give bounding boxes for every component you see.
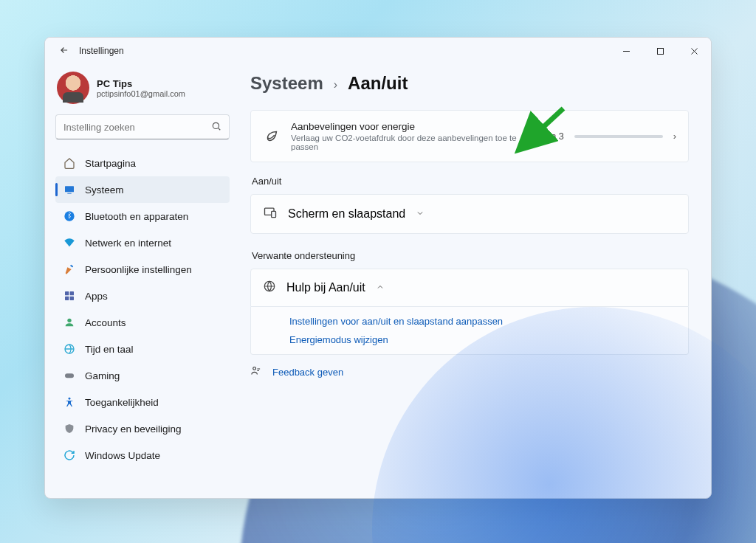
energy-subtitle: Verlaag uw CO2-voetafdruk door deze aanb… — [291, 134, 523, 151]
sidebar-item-home[interactable]: Startpagina — [55, 150, 230, 176]
sidebar-item-network[interactable]: Netwerk en internet — [55, 229, 230, 256]
section-related-label: Verwante ondersteuning — [252, 250, 689, 261]
sidebar-item-gaming[interactable]: Gaming — [55, 362, 230, 389]
network-icon — [63, 236, 76, 249]
help-header[interactable]: Hulp bij Aan/uit — [250, 269, 689, 307]
feedback-icon — [250, 365, 262, 378]
system-icon — [63, 183, 76, 196]
account-info[interactable]: PC Tips pctipsinfo01@gmail.com — [57, 72, 230, 104]
accessibility-icon — [63, 395, 76, 409]
svg-rect-8 — [65, 291, 69, 295]
account-name: PC Tips — [97, 78, 185, 89]
help-expander: Hulp bij Aan/uit Instellingen voor aan/u… — [250, 269, 689, 355]
chevron-down-icon — [416, 207, 425, 221]
gaming-icon — [63, 369, 76, 382]
svg-point-19 — [253, 367, 256, 370]
sidebar-item-label: Bluetooth en apparaten — [85, 211, 188, 222]
sidebar-item-label: Privacy en beveiliging — [85, 423, 182, 435]
privacy-icon — [63, 422, 76, 435]
search-icon — [211, 121, 221, 134]
sidebar-item-time-language[interactable]: Tijd en taal — [55, 336, 230, 362]
svg-rect-4 — [65, 186, 74, 192]
app-title: Instellingen — [79, 46, 124, 56]
sidebar-item-label: Apps — [85, 291, 108, 302]
sidebar-item-label: Windows Update — [85, 450, 160, 461]
breadcrumb-current: Aan/uit — [348, 73, 408, 94]
leaf-icon — [263, 128, 281, 145]
personalization-icon — [63, 263, 76, 276]
accounts-icon — [63, 316, 76, 329]
screen-sleep-label: Scherm en slaapstand — [288, 207, 405, 221]
nav: Startpagina Systeem Bluetooth en apparat… — [55, 150, 230, 468]
back-button[interactable] — [54, 45, 75, 58]
main-content: Systeem › Aan/uit Aanbevelingen voor ene… — [237, 64, 711, 498]
svg-line-3 — [219, 128, 221, 130]
feedback-link[interactable]: Feedback geven — [272, 367, 343, 378]
svg-point-12 — [67, 319, 71, 322]
search-box[interactable] — [55, 114, 230, 139]
energy-recommendations-card[interactable]: Aanbevelingen voor energie Verlaag uw CO… — [250, 110, 689, 162]
apps-icon — [63, 289, 76, 302]
avatar — [57, 72, 89, 104]
sidebar-item-apps[interactable]: Apps — [55, 283, 230, 309]
svg-point-15 — [69, 398, 71, 400]
close-button[interactable] — [677, 38, 711, 64]
time-language-icon — [63, 342, 76, 356]
sidebar: PC Tips pctipsinfo01@gmail.com Startpagi… — [45, 64, 237, 498]
update-icon — [63, 449, 76, 462]
svg-rect-11 — [70, 297, 74, 300]
sidebar-item-label: Gaming — [85, 370, 120, 381]
energy-title: Aanbevelingen voor energie — [291, 121, 523, 132]
settings-window: Instellingen PC Tips pctipsinfo01@gmail.… — [44, 37, 712, 499]
sidebar-item-label: Toegankelijkheid — [85, 397, 159, 408]
screen-sleep-row[interactable]: Scherm en slaapstand — [250, 194, 689, 234]
search-input[interactable] — [63, 122, 211, 133]
home-icon — [63, 156, 76, 170]
minimize-button[interactable] — [609, 38, 643, 64]
sidebar-item-privacy[interactable]: Privacy en beveiliging — [55, 415, 230, 442]
sidebar-item-label: Startpagina — [85, 158, 136, 169]
sidebar-item-label: Systeem — [85, 184, 124, 196]
svg-rect-14 — [65, 373, 74, 378]
sidebar-item-system[interactable]: Systeem — [55, 176, 230, 203]
sidebar-item-label: Tijd en taal — [85, 344, 134, 355]
sidebar-item-update[interactable]: Windows Update — [55, 442, 230, 468]
titlebar: Instellingen — [45, 38, 711, 64]
svg-rect-5 — [67, 193, 71, 194]
sidebar-item-bluetooth[interactable]: Bluetooth en apparaten — [55, 203, 230, 229]
maximize-button[interactable] — [643, 38, 677, 64]
svg-rect-9 — [70, 291, 74, 295]
sidebar-item-personalization[interactable]: Persoonlijke instellingen — [55, 256, 230, 283]
bluetooth-icon — [63, 210, 76, 223]
svg-rect-17 — [272, 211, 276, 217]
help-link-1[interactable]: Instellingen voor aan/uit en slaapstand … — [289, 316, 676, 327]
help-body: Instellingen voor aan/uit en slaapstand … — [250, 307, 689, 355]
section-power-label: Aan/uit — [252, 176, 689, 187]
chevron-up-icon — [376, 281, 385, 294]
svg-point-2 — [213, 122, 219, 128]
breadcrumb-root[interactable]: Systeem — [250, 73, 323, 94]
chevron-right-icon: › — [673, 131, 676, 142]
sidebar-item-accessibility[interactable]: Toegankelijkheid — [55, 389, 230, 415]
sidebar-item-label: Netwerk en internet — [85, 238, 171, 249]
help-link-2[interactable]: Energiemodus wijzigen — [289, 334, 676, 345]
svg-rect-1 — [657, 48, 663, 54]
sidebar-item-label: Accounts — [85, 317, 126, 328]
globe-icon — [263, 280, 276, 296]
account-email: pctipsinfo01@gmail.com — [97, 89, 185, 98]
breadcrumb: Systeem › Aan/uit — [250, 73, 689, 94]
svg-rect-7 — [70, 265, 73, 268]
screen-icon — [263, 205, 278, 223]
svg-rect-10 — [65, 297, 69, 300]
sidebar-item-accounts[interactable]: Accounts — [55, 309, 230, 336]
energy-score: 0 van 3 — [534, 131, 564, 142]
feedback-row[interactable]: Feedback geven — [250, 365, 689, 378]
energy-progress-bar — [574, 135, 663, 138]
help-title: Hulp bij Aan/uit — [286, 281, 365, 294]
chevron-right-icon: › — [334, 78, 337, 91]
sidebar-item-label: Persoonlijke instellingen — [85, 264, 192, 275]
